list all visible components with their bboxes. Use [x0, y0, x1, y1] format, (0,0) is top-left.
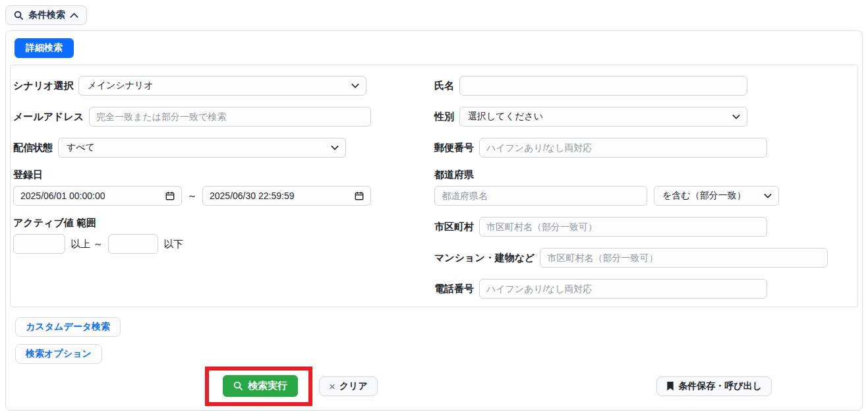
- condition-search-toggle[interactable]: 条件検索: [5, 5, 87, 25]
- registered-date-to-input[interactable]: 2025/06/30 22:59:59: [202, 186, 371, 206]
- detail-search-button[interactable]: 詳細検索: [14, 38, 74, 58]
- gender-row: 性別 選択してください: [434, 107, 851, 127]
- scenario-row: シナリオ選択 メインシナリオ: [13, 76, 371, 96]
- city-label: 市区町村: [434, 221, 474, 233]
- delivery-status-label: 配信状態: [13, 142, 53, 154]
- execute-search-label: 検索実行: [248, 380, 287, 392]
- chevron-down-icon: [331, 145, 339, 150]
- registered-date-group: 登録日 2025/06/01 00:00:00 ～ 2025/06/30 22:…: [13, 169, 371, 206]
- delivery-status-select-value: すべて: [67, 142, 95, 154]
- prefecture-match-value: を含む（部分一致）: [662, 190, 746, 202]
- phone-label: 電話番号: [434, 283, 474, 295]
- x-icon: ×: [329, 381, 335, 392]
- active-range-between-text: 以上 ～: [71, 238, 103, 251]
- search-icon: [14, 11, 24, 20]
- active-max-input[interactable]: [108, 234, 158, 254]
- chevron-down-icon: [351, 83, 359, 88]
- registered-date-from-input[interactable]: 2025/06/01 00:00:00: [13, 186, 182, 206]
- chevron-down-icon: [732, 114, 740, 119]
- bookmark-icon: [666, 382, 674, 391]
- building-row: マンション・建物など: [434, 248, 851, 268]
- name-row: 氏名: [434, 76, 851, 96]
- registered-date-label: 登録日: [13, 169, 371, 181]
- chevron-down-icon: [764, 193, 772, 198]
- toggle-label: 条件検索: [28, 9, 65, 21]
- calendar-icon[interactable]: [355, 191, 364, 200]
- email-input[interactable]: [89, 107, 371, 127]
- prefecture-group: 都道府県 を含む（部分一致）: [434, 169, 851, 206]
- phone-input[interactable]: [479, 279, 767, 299]
- city-input[interactable]: [479, 217, 767, 237]
- calendar-icon[interactable]: [165, 191, 175, 200]
- action-row: 検索実行 × クリア 条件保存・呼び出し: [9, 366, 859, 407]
- delivery-status-select[interactable]: すべて: [58, 138, 346, 158]
- registered-date-row: 2025/06/01 00:00:00 ～ 2025/06/30 22:59:5…: [13, 186, 371, 206]
- phone-row: 電話番号: [434, 279, 851, 299]
- annotation-highlight-box: 検索実行: [205, 367, 312, 406]
- email-row: メールアドレス: [13, 107, 371, 127]
- delivery-status-row: 配信状態 すべて: [13, 138, 371, 158]
- prefecture-input[interactable]: [434, 186, 647, 206]
- prefecture-match-select[interactable]: を含む（部分一致）: [654, 186, 779, 206]
- clear-label: クリア: [339, 380, 368, 392]
- execute-search-button[interactable]: 検索実行: [223, 375, 298, 397]
- date-range-separator: ～: [187, 190, 197, 202]
- gender-select[interactable]: 選択してください: [459, 107, 747, 127]
- save-conditions-button[interactable]: 条件保存・呼び出し: [656, 376, 772, 396]
- email-label: メールアドレス: [13, 111, 84, 123]
- name-label: 氏名: [434, 80, 454, 92]
- postal-code-label: 郵便番号: [434, 142, 474, 154]
- scenario-select-value: メインシナリオ: [87, 80, 153, 92]
- building-label: マンション・建物など: [434, 252, 535, 264]
- chevron-up-icon: [70, 13, 78, 18]
- postal-code-row: 郵便番号: [434, 138, 851, 158]
- registered-date-from-value: 2025/06/01 00:00:00: [20, 191, 105, 201]
- active-range-after-text: 以下: [163, 238, 183, 251]
- active-range-group: アクティブ値 範囲 以上 ～ 以下: [13, 217, 371, 254]
- active-range-row: 以上 ～ 以下: [13, 234, 371, 254]
- clear-button[interactable]: × クリア: [319, 376, 378, 396]
- search-options-button[interactable]: 検索オプション: [15, 344, 102, 364]
- scenario-label: シナリオ選択: [13, 80, 73, 92]
- search-fields-fieldset: シナリオ選択 メインシナリオ メールアドレス 配信状態 すべて: [10, 65, 858, 307]
- extra-search-buttons: カスタムデータ検索 検索オプション: [9, 307, 859, 364]
- name-input[interactable]: [459, 76, 747, 96]
- fields-right-column: 氏名 性別 選択してください 郵便番号 都道府県: [434, 76, 851, 299]
- fields-left-column: シナリオ選択 メインシナリオ メールアドレス 配信状態 すべて: [13, 76, 371, 254]
- city-row: 市区町村: [434, 217, 851, 237]
- save-conditions-label: 条件保存・呼び出し: [678, 380, 762, 392]
- search-icon: [233, 381, 243, 391]
- active-range-label: アクティブ値 範囲: [13, 217, 371, 229]
- registered-date-to-value: 2025/06/30 22:59:59: [210, 191, 294, 201]
- active-min-input[interactable]: [13, 234, 65, 254]
- building-input[interactable]: [540, 248, 828, 268]
- prefecture-row: を含む（部分一致）: [434, 186, 851, 206]
- prefecture-label: 都道府県: [434, 169, 851, 181]
- custom-data-search-button[interactable]: カスタムデータ検索: [15, 317, 121, 337]
- scenario-select[interactable]: メインシナリオ: [78, 76, 366, 96]
- postal-code-input[interactable]: [479, 138, 767, 158]
- gender-select-value: 選択してください: [468, 111, 543, 123]
- gender-label: 性別: [434, 111, 454, 123]
- search-panel: 詳細検索 シナリオ選択 メインシナリオ メールアドレス 配信状態: [5, 30, 863, 411]
